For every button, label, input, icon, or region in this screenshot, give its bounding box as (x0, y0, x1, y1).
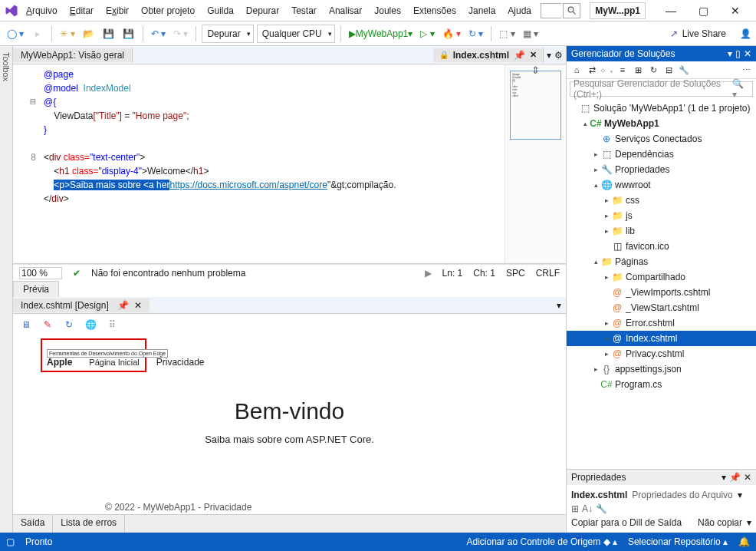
filter-icon[interactable]: ≡ (616, 63, 629, 77)
tab-output[interactable]: Saída (13, 515, 53, 533)
solution-explorer-header[interactable]: Gerenciador de Soluções ▾ ▯ ✕ (567, 46, 756, 61)
menu-testar[interactable]: Testar (285, 2, 323, 19)
toolbox-tab[interactable]: Toolbox (0, 46, 13, 533)
menu-obter[interactable]: Obter projeto (135, 2, 201, 19)
close-icon[interactable]: ✕ (134, 300, 142, 311)
menu-guilda[interactable]: Guilda (201, 2, 240, 19)
minimap[interactable]: ⇕ @page@model@{}<div><h1><p></div> (505, 64, 566, 263)
add-source-control[interactable]: Adicionar ao Controle de Origem ◆ ▴ (466, 536, 616, 547)
edit-icon[interactable]: ✎ (41, 318, 54, 332)
tree-viewimports[interactable]: @_ViewImports.cshtml (567, 285, 756, 300)
dropdown-icon[interactable]: ▾ (721, 472, 726, 483)
pin-icon[interactable]: 📌 (729, 472, 741, 483)
account-icon[interactable]: 👤 (740, 28, 751, 39)
menu-janela[interactable]: Janela (462, 2, 501, 19)
nav-fwd-icon[interactable]: ▸ (29, 25, 46, 43)
nav-privacy[interactable]: Privacidade (156, 357, 205, 368)
save-all-icon[interactable]: 💾 (120, 25, 137, 43)
code-url[interactable]: https://docs.microsoft.com/aspnet/core (169, 180, 327, 190)
switch-icon[interactable]: ⇄ (585, 63, 599, 77)
menu-extensoes[interactable]: Extensões (407, 2, 462, 19)
redo-icon[interactable]: ↷ ▾ (171, 25, 190, 43)
properties-icon[interactable]: 🔧 (677, 63, 691, 77)
config-dropdown[interactable]: Depurar (202, 25, 253, 43)
splitter-icon[interactable]: ⇕ (531, 64, 540, 76)
panel-dropdown-icon[interactable]: ▾ (728, 48, 732, 59)
menu-arquivo[interactable]: Arquivo (20, 2, 64, 19)
menu-depurar[interactable]: Depurar (240, 2, 285, 19)
open-icon[interactable]: 📂 (81, 25, 97, 43)
tree-appsettings[interactable]: ▸{}appsettings.json (567, 361, 756, 377)
close-icon[interactable]: ✕ (744, 472, 751, 483)
select-repo[interactable]: Selecionar Repositório ▴ (628, 536, 728, 547)
output-icon[interactable]: ▢ (6, 536, 15, 547)
new-project-icon[interactable]: ✳ ▾ (58, 25, 77, 43)
refresh-icon[interactable]: ↻ (62, 318, 76, 332)
solution-search[interactable]: Pesquisar Gerenciador de Soluções (Ctrl+… (570, 81, 753, 97)
tree-js[interactable]: ▸📁js (567, 208, 756, 223)
monitor-icon[interactable]: 🖥 (19, 318, 33, 332)
sync-icon[interactable]: ⟐ ▾ (600, 63, 614, 77)
tree-error[interactable]: ▸@Error.cshtml (567, 315, 756, 331)
platform-dropdown[interactable]: Qualquer CPU (257, 25, 335, 43)
tab-overview[interactable]: MyWebApp1: Visão geral (13, 48, 133, 62)
sort-icon[interactable]: A↓ (582, 503, 593, 514)
tree-css[interactable]: ▸📁css (567, 193, 756, 208)
tree-lib[interactable]: ▸📁lib (567, 223, 756, 239)
settings-icon[interactable]: ⠿ (105, 318, 119, 332)
caret-nav-icon[interactable]: ▶ (425, 268, 432, 279)
search-input[interactable] (541, 3, 561, 18)
tree-viewstart[interactable]: @_ViewStart.cshtml (567, 300, 756, 315)
minimize-button[interactable]: — (655, 1, 687, 21)
refresh-icon[interactable]: ↻ ▾ (466, 25, 485, 43)
liveshare-button[interactable]: Live Share (682, 28, 726, 39)
search-icon[interactable] (563, 3, 580, 18)
showall-icon[interactable]: ⊞ (631, 63, 645, 77)
maximize-button[interactable]: ▢ (687, 1, 719, 21)
gear-icon[interactable]: ⚙ (554, 50, 563, 61)
nav-back-icon[interactable]: ◯ ▾ (5, 25, 26, 43)
tree-solution[interactable]: ⬚Solução 'MyWebApp1' (1 de 1 projeto) (567, 101, 756, 116)
start-nodebug-icon[interactable]: ▷ ▾ (418, 25, 436, 43)
layout-icon[interactable]: ▦ ▾ (521, 25, 541, 43)
home-icon[interactable]: ⌂ (570, 63, 583, 77)
tab-overflow-icon[interactable]: ▾ (552, 300, 566, 311)
close-icon[interactable]: ✕ (744, 48, 751, 59)
bell-icon[interactable]: 🔔 (738, 536, 750, 547)
code-text[interactable]: ⊟8 @page @model IndexModel @{ ViewData["… (13, 64, 505, 263)
categorize-icon[interactable]: ⊞ (571, 503, 579, 514)
wrench-icon[interactable]: 🔧 (596, 503, 607, 514)
refresh-icon[interactable]: ↻ (646, 63, 660, 77)
tab-overflow-icon[interactable]: ▾ (547, 50, 551, 61)
nav-home[interactable]: Página Inicial (89, 358, 139, 367)
globe-icon[interactable]: 🌐 (84, 318, 97, 332)
tree-deps[interactable]: ▸⬚Dependências (567, 147, 756, 162)
pin-icon[interactable]: ▯ (735, 48, 741, 59)
tree-privacy[interactable]: ▸@Privacy.cshtml (567, 346, 756, 361)
menu-ajuda[interactable]: Ajuda (501, 2, 537, 19)
tree-program[interactable]: C#Program.cs (567, 377, 756, 392)
menu-exibir[interactable]: Exibir (100, 2, 135, 19)
more-icon[interactable]: ⋯ (739, 63, 753, 77)
tree-index[interactable]: ▸@Index.cshtml (567, 331, 756, 346)
undo-icon[interactable]: ↶ ▾ (149, 25, 168, 43)
properties-header[interactable]: Propriedades ▾ 📌 ✕ (567, 470, 756, 485)
dropdown-icon[interactable]: ▾ (747, 517, 751, 528)
tree-favicon[interactable]: ◫favicon.ico (567, 239, 756, 254)
collapse-icon[interactable]: ⊟ (662, 63, 675, 77)
menu-analisar[interactable]: Analisar (323, 2, 368, 19)
design-tab[interactable]: Index.cshtml [Design] 📌 ✕ (13, 299, 150, 312)
close-button[interactable]: ✕ (719, 1, 751, 21)
solution-tree[interactable]: ⬚Solução 'MyWebApp1' (1 de 1 projeto) ▴C… (567, 99, 756, 469)
tree-shared[interactable]: ▸📁Compartilhado (567, 269, 756, 285)
prop-value[interactable]: Não copiar (698, 517, 742, 528)
menu-editar[interactable]: Editar (64, 2, 100, 19)
design-preview[interactable]: Ferramentas de Desenvolvimento do Open E… (13, 335, 566, 514)
zoom-dropdown[interactable]: 100 % (19, 267, 62, 279)
pin-icon[interactable]: 📌 (514, 50, 525, 61)
solution-name[interactable]: MyW...pp1 (590, 2, 646, 19)
close-tab-icon[interactable]: ✕ (530, 50, 537, 60)
save-icon[interactable]: 💾 (100, 25, 117, 43)
pin-icon[interactable]: 📌 (117, 300, 129, 311)
menu-joules[interactable]: Joules (368, 2, 407, 19)
